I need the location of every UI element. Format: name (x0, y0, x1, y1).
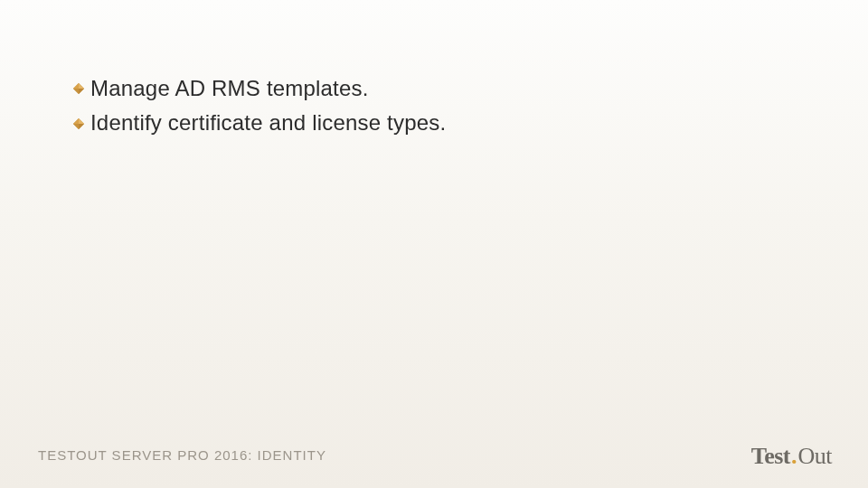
list-item: Manage AD RMS templates. (72, 74, 814, 103)
diamond-bullet-icon (72, 82, 85, 95)
bullet-list: Manage AD RMS templates. Identify certif… (72, 74, 814, 144)
svg-marker-2 (73, 83, 79, 89)
svg-marker-7 (73, 118, 79, 124)
svg-marker-3 (73, 89, 79, 94)
svg-marker-1 (79, 83, 84, 89)
svg-marker-8 (73, 124, 79, 129)
brand-logo: Test.Out (751, 443, 832, 470)
logo-dot-icon: . (791, 443, 797, 470)
bullet-text: Manage AD RMS templates. (90, 74, 369, 103)
slide: Manage AD RMS templates. Identify certif… (0, 0, 868, 488)
footer-course-label: TESTOUT SERVER PRO 2016: IDENTITY (38, 447, 326, 463)
diamond-bullet-icon (72, 117, 85, 130)
svg-marker-6 (79, 118, 84, 124)
bullet-text: Identify certificate and license types. (90, 108, 446, 137)
logo-text-out: Out (798, 443, 833, 470)
logo-text-test: Test (751, 443, 790, 470)
list-item: Identify certificate and license types. (72, 108, 814, 137)
svg-marker-4 (79, 89, 84, 94)
svg-marker-9 (79, 124, 84, 129)
